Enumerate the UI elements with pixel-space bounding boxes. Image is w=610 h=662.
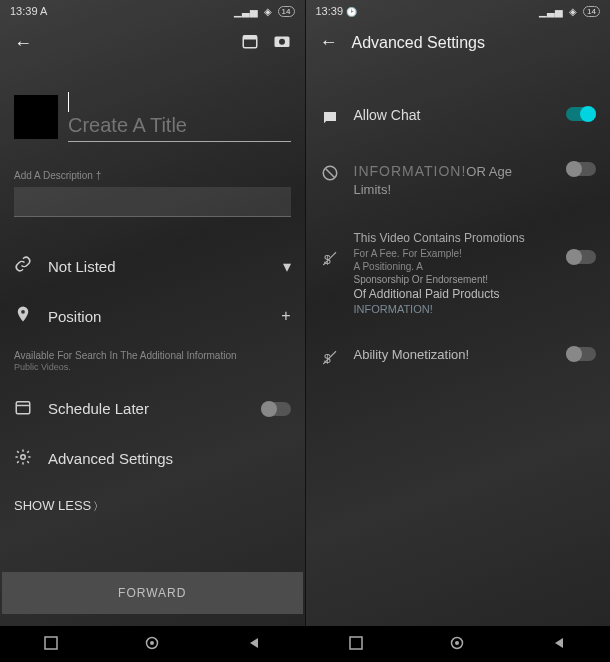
schedule-label: Schedule Later bbox=[48, 400, 245, 417]
advanced-label: Advanced Settings bbox=[48, 450, 291, 467]
video-thumbnail bbox=[14, 95, 58, 139]
back-icon[interactable]: ← bbox=[14, 33, 32, 54]
signal-icon: ▁▃▅ bbox=[539, 6, 563, 17]
age-limit-toggle[interactable] bbox=[566, 162, 596, 176]
calendar-icon[interactable] bbox=[241, 32, 259, 54]
svg-text:$: $ bbox=[324, 351, 331, 365]
promotions-toggle[interactable] bbox=[566, 250, 596, 264]
alarm-icon: 🕑 bbox=[346, 7, 357, 17]
schedule-row[interactable]: Schedule Later bbox=[14, 384, 291, 434]
allow-chat-label: Allow Chat bbox=[354, 107, 553, 123]
privacy-label: Not Listed bbox=[48, 258, 267, 275]
age-limit-row[interactable]: INFORMATION!OR Age Limits! bbox=[320, 146, 597, 214]
dropdown-icon: ▾ bbox=[283, 257, 291, 276]
position-row[interactable]: Position + bbox=[14, 291, 291, 341]
title-input[interactable] bbox=[68, 114, 291, 137]
svg-rect-5 bbox=[16, 401, 30, 413]
location-icon bbox=[14, 305, 32, 327]
svg-point-7 bbox=[21, 454, 26, 459]
wifi-icon: ◈ bbox=[264, 6, 272, 17]
search-info-text: Available For Search In The Additional I… bbox=[14, 349, 291, 374]
svg-rect-17 bbox=[350, 637, 362, 649]
wifi-icon: ◈ bbox=[569, 6, 577, 17]
svg-point-4 bbox=[21, 310, 25, 314]
signal-icon: ▁▃▅ bbox=[234, 6, 258, 17]
promo-info-link[interactable]: INFORMATION! bbox=[354, 303, 553, 315]
show-less-button[interactable]: SHOW LESS〉 bbox=[14, 484, 291, 528]
camera-switch-icon[interactable] bbox=[273, 32, 291, 54]
svg-rect-14 bbox=[45, 637, 57, 649]
svg-point-16 bbox=[150, 641, 154, 645]
monetization-label: Ability Monetization! bbox=[354, 347, 553, 362]
nav-recent-icon[interactable] bbox=[44, 636, 58, 653]
topbar: ← Advanced Settings bbox=[306, 22, 611, 63]
topbar: ← bbox=[0, 22, 305, 64]
status-bar: 13:39 🕑 ▁▃▅ ◈ 14 bbox=[306, 0, 611, 22]
allow-chat-row[interactable]: Allow Chat bbox=[320, 91, 597, 146]
position-label: Position bbox=[48, 308, 265, 325]
nav-recent-icon[interactable] bbox=[349, 636, 363, 653]
promo-title: This Video Contains Promotions bbox=[354, 230, 553, 247]
status-time: 13:39 🕑 bbox=[316, 5, 358, 17]
monetization-icon: $ bbox=[320, 349, 340, 370]
nav-back-icon[interactable] bbox=[552, 636, 566, 653]
chevron-right-icon: 〉 bbox=[93, 500, 104, 512]
description-label: Add A Description † bbox=[14, 170, 291, 181]
svg-line-9 bbox=[325, 169, 334, 178]
svg-text:$: $ bbox=[324, 253, 331, 267]
battery-icon: 14 bbox=[278, 6, 295, 17]
svg-point-3 bbox=[279, 39, 285, 45]
forward-button[interactable]: FORWARD bbox=[2, 572, 303, 614]
monetization-row[interactable]: $ Ability Monetization! bbox=[320, 331, 597, 386]
nav-back-icon[interactable] bbox=[247, 636, 261, 653]
schedule-icon bbox=[14, 398, 32, 420]
android-nav-bar bbox=[0, 626, 610, 662]
gear-icon bbox=[14, 448, 32, 470]
privacy-row[interactable]: Not Listed ▾ bbox=[14, 241, 291, 291]
age-overlay-text: INFORMATION! bbox=[354, 163, 467, 179]
link-icon bbox=[14, 255, 32, 277]
page-title: Advanced Settings bbox=[352, 34, 485, 52]
back-icon[interactable]: ← bbox=[320, 32, 338, 53]
block-icon bbox=[320, 164, 340, 185]
svg-point-19 bbox=[455, 641, 459, 645]
nav-home-icon[interactable] bbox=[450, 636, 464, 653]
status-time: 13:39 A bbox=[10, 5, 47, 17]
status-bar: 13:39 A ▁▃▅ ◈ 14 bbox=[0, 0, 305, 22]
monetization-toggle[interactable] bbox=[566, 347, 596, 361]
nav-home-icon[interactable] bbox=[145, 636, 159, 653]
battery-icon: 14 bbox=[583, 6, 600, 17]
price-icon: $ bbox=[320, 250, 340, 271]
advanced-settings-row[interactable]: Advanced Settings bbox=[14, 434, 291, 484]
allow-chat-toggle[interactable] bbox=[566, 107, 596, 121]
svg-rect-1 bbox=[243, 36, 257, 40]
chat-icon bbox=[320, 109, 340, 130]
promotions-row[interactable]: $ This Video Contains Promotions For A F… bbox=[320, 214, 597, 331]
description-input[interactable] bbox=[14, 187, 291, 217]
add-icon[interactable]: + bbox=[281, 307, 290, 325]
schedule-toggle[interactable] bbox=[261, 402, 291, 416]
